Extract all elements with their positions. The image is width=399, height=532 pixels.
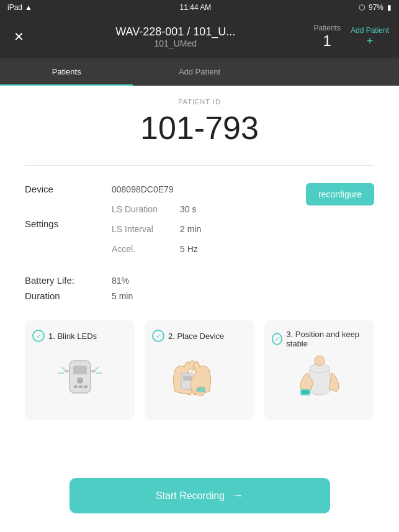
close-button[interactable]: ✕ <box>10 28 27 45</box>
start-recording-arrow: → <box>232 489 243 502</box>
device-id-row: 008098DC0E79 <box>112 181 281 198</box>
battery-life-row: Battery Life: 81% <box>25 275 374 286</box>
device-settings-section: Device Settings 008098DC0E79 LS Duration… <box>25 181 374 260</box>
svg-point-2 <box>77 377 83 384</box>
reconfigure-button[interactable]: reconfigure <box>306 183 374 205</box>
nav-item-patients[interactable]: Patients <box>0 58 133 86</box>
steps-grid: ✓ 1. Blink LEDs <box>25 320 374 420</box>
svg-rect-0 <box>69 361 91 393</box>
svg-rect-1 <box>73 366 87 374</box>
settings-labels: Device Settings <box>25 181 87 260</box>
battery-level: 97% <box>369 3 383 12</box>
status-bar: iPad ▲ 11:44 AM ⬡ 97% ▮ <box>0 0 399 15</box>
add-patient-button[interactable]: Add Patient + <box>351 26 389 48</box>
svg-line-10 <box>94 367 99 371</box>
step-1-check: ✓ <box>32 330 45 342</box>
accel-key: Accel. <box>112 240 180 258</box>
nav-patients-label: Patients <box>52 67 81 76</box>
battery-life-value: 81% <box>112 276 129 286</box>
patients-count: 1 <box>314 32 341 50</box>
nav-add-patient-label: Add Patient <box>179 67 220 76</box>
battery-life-label: Battery Life: <box>25 275 112 286</box>
duration-value: 5 min <box>112 291 133 301</box>
add-patient-icon: + <box>351 35 389 48</box>
svg-rect-7 <box>84 385 87 388</box>
battery-icon: ▮ <box>387 3 392 12</box>
wifi-icon: ▲ <box>25 3 32 12</box>
step-1-illustration <box>32 348 127 404</box>
step-1-card: ✓ 1. Blink LEDs <box>25 320 135 420</box>
step-2-title: 2. Place Device <box>168 331 224 341</box>
step-1-title: 1. Blink LEDs <box>48 331 97 341</box>
status-right: ⬡ 97% ▮ <box>359 3 392 12</box>
patient-id-value: 101-793 <box>25 109 374 147</box>
device-id-value: 008098DC0E79 <box>112 181 174 198</box>
ls-interval-row: LS Interval 2 min <box>112 220 281 238</box>
step-2-header: ✓ 2. Place Device <box>152 330 224 342</box>
patient-id-label: PATIENT ID <box>25 98 374 106</box>
settings-label: Settings <box>25 215 87 233</box>
accel-row: Accel. 5 Hz <box>112 240 281 258</box>
content-area: PATIENT ID 101-793 Device Settings 00809… <box>0 86 399 507</box>
add-patient-label: Add Patient <box>351 26 389 35</box>
svg-rect-5 <box>74 385 78 388</box>
start-recording-button[interactable]: Start Recording → <box>69 478 330 513</box>
svg-rect-17 <box>302 390 309 394</box>
ls-duration-row: LS Duration 30 s <box>112 201 281 218</box>
patients-label: Patients <box>314 24 341 32</box>
bluetooth-icon: ⬡ <box>359 3 365 12</box>
accel-val: 5 Hz <box>180 240 198 258</box>
info-rows: Battery Life: 81% Duration 5 min <box>25 275 374 301</box>
nav-item-extra[interactable] <box>266 58 399 86</box>
step-3-header: ✓ 3. Position and keep stable <box>272 330 367 348</box>
step-3-illustration <box>272 354 367 410</box>
status-left: iPad ▲ <box>7 3 32 12</box>
step-2-card: ✓ 2. Place Device <box>145 320 254 420</box>
step-3-check: ✓ <box>272 333 282 345</box>
header-title: WAV-228-001 / 101_U... 101_UMed <box>37 25 314 48</box>
duration-label: Duration <box>25 291 112 301</box>
device-label: Device <box>25 181 87 198</box>
svg-line-8 <box>61 367 66 371</box>
step-3-card: ✓ 3. Position and keep stable <box>264 320 374 420</box>
nav-item-add-patient[interactable]: Add Patient <box>133 58 266 86</box>
step-3-title: 3. Position and keep stable <box>286 330 367 348</box>
ipad-label: iPad <box>7 3 22 12</box>
sub-title: 101_UMed <box>37 38 314 48</box>
ls-interval-key: LS Interval <box>112 220 180 238</box>
svg-rect-14 <box>197 387 205 392</box>
bottom-bar: Start Recording → <box>69 478 330 513</box>
status-time: 11:44 AM <box>180 3 212 12</box>
start-recording-label: Start Recording <box>156 490 225 502</box>
main-title: WAV-228-001 / 101_U... <box>37 25 314 38</box>
svg-rect-13 <box>183 376 192 381</box>
duration-row: Duration 5 min <box>25 291 374 301</box>
step-1-header: ✓ 1. Blink LEDs <box>32 330 97 342</box>
settings-values: 008098DC0E79 LS Duration 30 s LS Interva… <box>112 181 281 260</box>
step-2-check: ✓ <box>152 330 164 342</box>
nav-bar: Patients Add Patient <box>0 58 399 86</box>
divider <box>25 165 374 166</box>
ls-interval-val: 2 min <box>180 220 201 238</box>
ls-duration-val: 30 s <box>180 201 196 218</box>
svg-rect-6 <box>79 385 83 388</box>
reconfigure-btn-container: reconfigure <box>306 181 374 260</box>
ls-duration-key: LS Duration <box>112 201 180 218</box>
svg-point-15 <box>315 356 325 366</box>
header-patients: Patients 1 <box>314 24 341 50</box>
step-2-illustration <box>152 348 247 404</box>
header: ✕ WAV-228-001 / 101_U... 101_UMed Patien… <box>0 15 399 58</box>
